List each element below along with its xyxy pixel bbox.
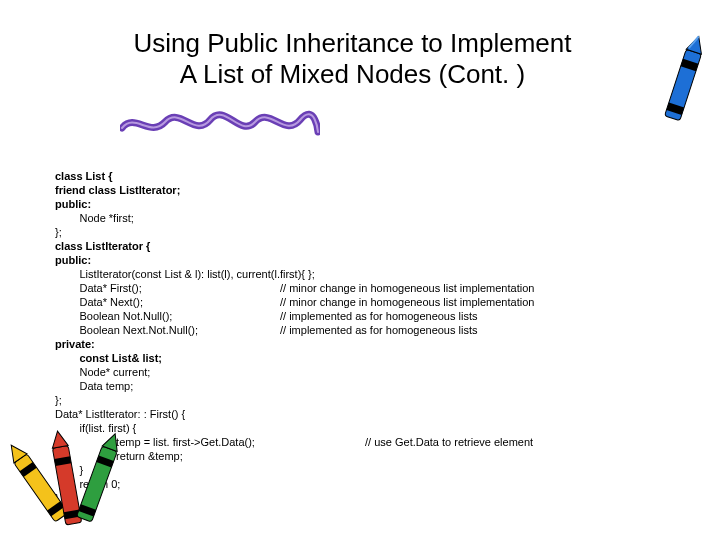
code-line: class List { <box>55 170 112 182</box>
code-line: class ListIterator { <box>55 240 150 252</box>
code-line: ListIterator(const List & l): list(l), c… <box>55 268 315 280</box>
code-line: Data* First();// minor change in homogen… <box>55 282 534 294</box>
code-line: public: <box>55 254 91 266</box>
code-line: public: <box>55 198 91 210</box>
code-line: }; <box>55 394 62 406</box>
slide-title: Using Public Inheritance to Implement A … <box>60 28 645 90</box>
code-line: Data* ListIterator: : First() { <box>55 408 185 420</box>
code-line: Data* Next();// minor change in homogene… <box>55 296 534 308</box>
code-line: }; <box>55 226 62 238</box>
svg-marker-12 <box>50 430 69 449</box>
code-line: Node *first; <box>55 212 134 224</box>
title-line-2: A List of Mixed Nodes (Cont. ) <box>180 59 525 89</box>
code-line: Data temp; <box>55 380 133 392</box>
code-line: private: <box>55 338 95 350</box>
code-line: friend class ListIterator; <box>55 184 180 196</box>
code-line: Boolean Next.Not.Null();// implemented a… <box>55 324 478 336</box>
slide: Using Public Inheritance to Implement A … <box>0 0 720 540</box>
code-line: Node* current; <box>55 366 150 378</box>
underline-squiggle-icon <box>120 110 320 140</box>
code-line: const List& list; <box>55 352 162 364</box>
title-line-1: Using Public Inheritance to Implement <box>134 28 572 58</box>
crayon-blue-icon <box>658 30 708 140</box>
crayon-group-icon <box>5 420 145 530</box>
code-line: Boolean Not.Null();// implemented as for… <box>55 310 478 322</box>
